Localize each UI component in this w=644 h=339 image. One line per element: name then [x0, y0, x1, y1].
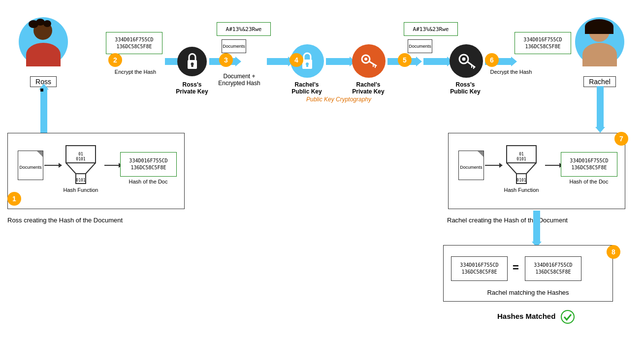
hash-right: 334D016F755CD136DC58C5F8E	[525, 256, 581, 281]
encrypt-hash-value: 334D016F755CD136DC58C5F8E	[106, 32, 162, 54]
step5-doc-icon: Documents	[408, 39, 432, 53]
step3-to-rachel-pub-arrow	[267, 58, 289, 65]
encrypt-hash-label: Encrypt the Hash	[108, 69, 162, 75]
svg-text:01: 01	[519, 152, 524, 156]
doc-to-hash-arrow	[44, 165, 59, 166]
ross-public-key-label: Ross'sPublic Key	[443, 81, 487, 95]
svg-line-1	[66, 163, 76, 174]
ross-public-key-icon	[450, 44, 483, 78]
svg-line-24	[507, 163, 516, 174]
svg-rect-9	[191, 64, 193, 67]
hash-function-label-rachel: Hash Function	[502, 187, 541, 193]
step5-to-ross-pub-arrow	[423, 58, 448, 65]
ross-private-key-icon	[177, 47, 207, 76]
svg-point-30	[561, 310, 574, 323]
rachels-private-key-label: Rachel'sPrivate Key	[346, 81, 390, 95]
hash-of-doc-label-rachel: Hash of the Doc	[559, 179, 618, 185]
svg-line-2	[86, 163, 96, 174]
public-key-crypto-label: Public Key Cryptography	[285, 96, 393, 103]
rachel-doc-icon: Documents	[458, 151, 484, 180]
step-6-circle: 6	[485, 53, 499, 67]
step1-section: Documents 01 0101 0101 Hash Function 334…	[7, 133, 185, 209]
svg-rect-12	[306, 64, 308, 67]
step-3-circle: 3	[219, 53, 233, 67]
rachel-doc-to-hash-arrow	[485, 165, 500, 166]
step7-down-arrow	[533, 211, 540, 243]
hashes-matched-label: Hashes Matched	[497, 310, 575, 324]
step-8-circle: 8	[607, 245, 620, 259]
decrypt-hash-label: Decrypt the Hash	[484, 69, 538, 75]
pub-to-priv-arrow	[326, 58, 351, 65]
equals-sign: =	[513, 261, 519, 274]
svg-text:0101: 0101	[516, 178, 526, 183]
rachel-label: Rachel	[575, 76, 624, 87]
hash-function-funnel-rachel: 01 0101 0101 Hash Function	[502, 143, 541, 193]
hash-function-funnel-ross: 01 0101 0101 Hash Function	[61, 143, 100, 193]
encrypted-hash-label-right: A#13%&23Rwe	[404, 22, 458, 36]
hash-matching-section: 334D016F755CD136DC58C5F8E = 334D016F755C…	[443, 245, 613, 302]
rachel-hash-to-value-arrow	[545, 165, 560, 166]
hash-left: 334D016F755CD136DC58C5F8E	[451, 256, 508, 281]
step3-doc-icon: Documents	[222, 39, 246, 53]
step-7-circle: 7	[614, 132, 628, 146]
encrypted-hash-label-top: A#13%&23Rwe	[217, 22, 271, 36]
step-2-circle: 2	[108, 53, 122, 67]
rachel-matching-label: Rachel matching the Hashes	[444, 289, 612, 296]
svg-line-25	[526, 163, 536, 174]
step-4-circle: 4	[290, 53, 303, 67]
decrypted-hash-value: 334D016F755CD136DC58C5F8E	[515, 32, 571, 54]
step-1-circle: 1	[7, 192, 21, 206]
main-diagram: Ross Rachel Documents	[0, 0, 644, 339]
rachel-avatar	[575, 17, 624, 71]
ross-doc-icon: Documents	[18, 151, 43, 180]
svg-text:0101: 0101	[76, 157, 85, 161]
rachel-hash-value: 334D016F755CD136DC58C5F8E	[561, 152, 617, 177]
svg-point-14	[364, 58, 367, 61]
step7-section: Documents 01 0101 0101 Hash Function 334…	[448, 133, 625, 209]
svg-text:0101: 0101	[76, 178, 85, 183]
svg-text:0101: 0101	[516, 157, 526, 161]
ross-avatar	[19, 17, 68, 71]
doc-encrypted-hash-label: Document + Encrypted Hash	[215, 73, 264, 87]
rachels-private-key-icon	[352, 44, 386, 78]
ross-private-key-label: Ross'sPrivate Key	[172, 81, 212, 95]
ross-creating-label: Ross creating the Hash of the Document	[7, 216, 190, 224]
ross-hash-value: 334D016F755CD136DC58C5F8E	[120, 152, 177, 177]
rachels-public-key-label: Rachel'sPublic Key	[285, 81, 329, 95]
hash-function-label-ross: Hash Function	[61, 187, 100, 193]
svg-text:01: 01	[78, 152, 83, 156]
step-5-circle: 5	[398, 53, 412, 67]
hash-to-value-arrow	[104, 165, 119, 166]
arrow-down-to-rachel-step7	[597, 86, 604, 128]
arrow-up-to-ross	[40, 89, 47, 133]
svg-point-19	[462, 58, 466, 61]
hash-of-doc-label-ross: Hash of the Doc	[119, 179, 178, 185]
